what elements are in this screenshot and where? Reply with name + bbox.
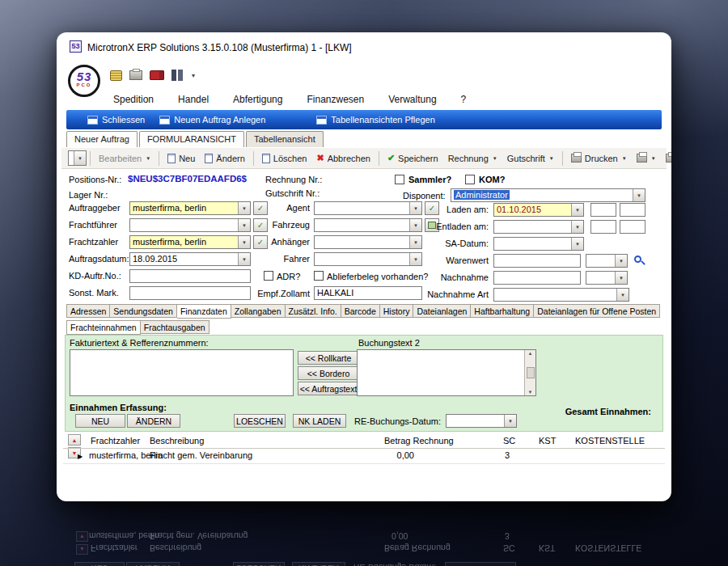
empf-zollamt-input[interactable]: HALKALI xyxy=(314,286,422,300)
tab-history[interactable]: History xyxy=(380,304,414,318)
btn-neu[interactable]: Neu xyxy=(163,150,200,167)
fakturiertext-textarea[interactable] xyxy=(70,349,294,396)
scrollbar[interactable]: ▲▼ xyxy=(524,350,535,395)
nachnahme-currency-combo[interactable]: ▼ xyxy=(586,271,628,285)
dropdown-arrow-icon[interactable]: ▼ xyxy=(74,151,86,165)
menu-item-finanzwesen[interactable]: Finanzwesen xyxy=(307,94,364,105)
dropdown-arrow-icon[interactable]: ▼ xyxy=(616,289,629,301)
dropdown-arrow-icon[interactable]: ▼ xyxy=(238,253,250,265)
row-expand-icon[interactable]: ▶ xyxy=(78,451,83,462)
auftraggeber-combo[interactable]: musterfirma, berlin▼ xyxy=(129,201,251,215)
header-beschreibung[interactable]: Beschreibung xyxy=(150,436,204,446)
menu-item-abfertigung[interactable]: Abfertigung xyxy=(233,94,282,105)
cmd-schliessen[interactable]: Schliessen xyxy=(87,115,145,125)
row-up-button[interactable]: ▲ xyxy=(68,434,81,446)
btn-speichern[interactable]: ✔Speichern xyxy=(383,150,443,167)
tab-neuer-auftrag[interactable]: Neuer Auftrag xyxy=(66,131,138,147)
tab-frachtausgaben[interactable]: Frachtausgaben xyxy=(141,320,210,334)
frachtfuehrer-combo[interactable]: ▼ xyxy=(129,218,251,232)
btn-drucken[interactable]: Drucken▼ xyxy=(566,150,632,167)
dropdown-arrow-icon[interactable]: ▼ xyxy=(615,255,627,267)
laden-zeit-input-1[interactable] xyxy=(590,203,616,217)
dropdown-arrow-icon[interactable]: ▼ xyxy=(238,236,250,248)
btn-einnahme-aendern[interactable]: ÄNDERN xyxy=(127,414,180,428)
tab-dateianlagen-offene-posten[interactable]: Dateianlagen für Offene Posten xyxy=(534,304,660,318)
cell-beschreibung[interactable]: Fracht gem. Vereinbarung xyxy=(150,450,252,461)
warenwert-input[interactable] xyxy=(493,254,581,268)
sa-datum-combo[interactable]: ▼ xyxy=(493,237,584,251)
btn-auftragstext[interactable]: << Auftragstext xyxy=(298,382,359,395)
kd-auftr-input[interactable] xyxy=(129,269,251,283)
agent-combo[interactable]: ▼ xyxy=(314,201,422,215)
dropdown-arrow-icon[interactable]: ▼ xyxy=(238,202,250,214)
header-kst[interactable]: KST xyxy=(539,436,556,446)
tab-finanzdaten[interactable]: Finanzdaten xyxy=(177,304,231,319)
tab-haftbarhaltung[interactable]: Haftbarhaltung xyxy=(471,304,534,318)
btn-bearbeiten[interactable]: Bearbeiten▼ xyxy=(94,150,155,167)
nachnahme-art-combo[interactable]: ▼ xyxy=(493,288,629,302)
buildings-icon[interactable] xyxy=(171,70,184,81)
sonst-mark-input[interactable] xyxy=(129,286,251,300)
printer-icon[interactable] xyxy=(129,70,142,80)
tab-sendungsdaten[interactable]: Sendungsdaten xyxy=(110,304,177,318)
laden-zeit-input-2[interactable] xyxy=(620,203,645,217)
truck-icon[interactable] xyxy=(150,70,164,80)
btn-einnahme-neu[interactable]: NEU xyxy=(75,414,125,428)
dropdown-arrow-icon[interactable]: ▼ xyxy=(571,238,583,250)
tab-barcode[interactable]: Barcode xyxy=(341,304,380,318)
sammler-checkbox[interactable] xyxy=(395,175,404,184)
anhaenger-combo[interactable]: ▼ xyxy=(314,235,422,249)
cell-betrag[interactable]: 0,00 xyxy=(379,450,414,461)
tab-tabellenansicht[interactable]: Tabellenansicht xyxy=(246,131,324,147)
dropdown-arrow-icon[interactable]: ▼ xyxy=(238,219,250,231)
fahrzeug-combo[interactable]: ▼ xyxy=(314,218,422,232)
entladen-am-combo[interactable]: ▼ xyxy=(493,220,584,234)
btn-rechnung[interactable]: Rechnung▼ xyxy=(443,150,502,167)
btn-loeschen[interactable]: Löschen xyxy=(257,150,312,167)
header-betrag-rechnung[interactable]: Betrag Rechnung xyxy=(384,436,454,446)
buchungstext2-textarea[interactable]: ▲▼ xyxy=(357,349,536,396)
menu-item-spedition[interactable]: Spedition xyxy=(113,94,154,105)
dropdown-arrow-icon[interactable]: ▼ xyxy=(504,415,516,427)
tab-zollangaben[interactable]: Zollangaben xyxy=(231,304,286,318)
tab-adressen[interactable]: Adressen xyxy=(66,304,110,318)
frachtzahler-combo[interactable]: musterfirma, berlin▼ xyxy=(129,235,251,249)
dropdown-arrow-icon[interactable]: ▼ xyxy=(615,272,627,284)
dropdown-arrow-icon[interactable]: ▼ xyxy=(571,221,583,233)
tab-dateianlagen[interactable]: Dateianlagen xyxy=(413,304,471,318)
entladen-zeit-input-1[interactable] xyxy=(590,220,616,234)
chevron-down-icon[interactable]: ▾ xyxy=(192,72,195,79)
btn-bordero[interactable]: << Bordero xyxy=(298,366,359,380)
entladen-zeit-input-2[interactable] xyxy=(620,220,645,234)
search-icon[interactable] xyxy=(634,256,641,263)
header-kostenstelle[interactable]: KOSTENSTELLE xyxy=(575,436,645,446)
nachnahme-input[interactable] xyxy=(493,271,581,285)
cell-sc[interactable]: 3 xyxy=(505,450,510,461)
fahrer-combo[interactable]: ▼ xyxy=(314,252,422,266)
menu-item-verwaltung[interactable]: Verwaltung xyxy=(388,94,436,105)
scroll-down-icon[interactable]: ▼ xyxy=(528,390,533,395)
btn-einnahme-loeschen[interactable]: LOESCHEN xyxy=(234,414,286,428)
cmd-tabellenansichten-pflegen[interactable]: Tabellenansichten Pflegen xyxy=(316,115,434,125)
btn-print-1[interactable]: ▼ xyxy=(632,150,661,167)
header-frachtzahler[interactable]: Frachtzahler xyxy=(91,436,140,446)
header-sc[interactable]: SC xyxy=(503,436,515,446)
coins-icon[interactable] xyxy=(110,70,122,81)
adr-checkbox[interactable] xyxy=(264,271,273,281)
btn-rollkarte[interactable]: << Rollkarte xyxy=(298,351,359,365)
tab-zusaetzl-info[interactable]: Zusätzl. Info. xyxy=(286,304,341,318)
menu-item-handel[interactable]: Handel xyxy=(178,94,209,105)
btn-print-2[interactable]: ▼ xyxy=(661,150,671,167)
scroll-thumb[interactable] xyxy=(527,367,535,378)
toolbar-filter-combo[interactable]: ▼ xyxy=(68,150,87,166)
ablieferbeleg-checkbox[interactable] xyxy=(314,271,324,281)
kom-checkbox[interactable] xyxy=(465,175,475,184)
laden-am-combo[interactable]: 01.10.2015▼ xyxy=(493,203,584,217)
dropdown-arrow-icon[interactable]: ▼ xyxy=(633,189,645,201)
btn-nk-laden[interactable]: NK LADEN xyxy=(293,414,346,428)
tab-frachteinnahmen[interactable]: Frachteinnahmen xyxy=(66,320,141,335)
auftragsdatum-combo[interactable]: 18.09.2015▼ xyxy=(129,252,251,266)
dropdown-arrow-icon[interactable]: ▼ xyxy=(571,204,583,216)
cmd-neuen-auftrag-anlegen[interactable]: Neuen Auftrag Anlegen xyxy=(159,115,265,125)
btn-gutschrift[interactable]: Gutschrift▼ xyxy=(502,150,559,167)
